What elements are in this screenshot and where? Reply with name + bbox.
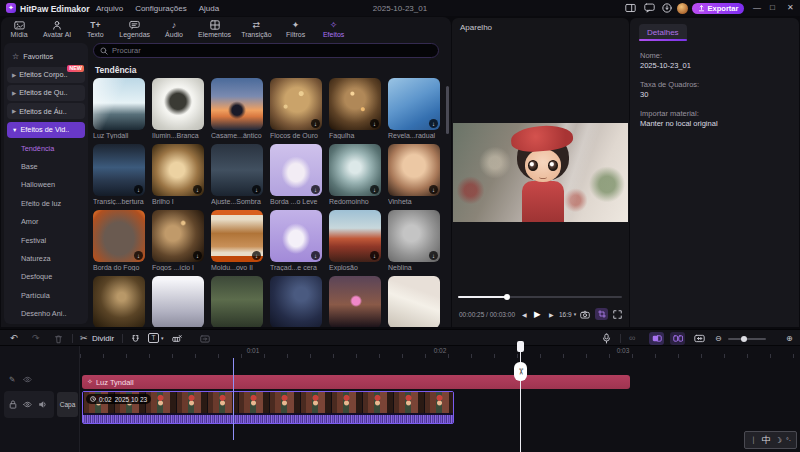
split-label[interactable]: Dividir [92, 334, 114, 343]
video-clip[interactable]: 0:02 2025 10 23 [82, 391, 454, 424]
effect-thumbnail[interactable] [93, 276, 145, 327]
tab-midia[interactable]: Mídia [5, 20, 33, 38]
zoom-slider-handle[interactable] [741, 336, 747, 342]
effect-thumbnail[interactable]: ↓ [270, 144, 322, 196]
effect-thumbnail[interactable]: ↓ [270, 210, 322, 262]
sidebar-group[interactable]: ▶ Efeitos Corpo.. NEW [4, 65, 88, 83]
download-badge-icon[interactable]: ↓ [193, 185, 202, 194]
link-clips-icon[interactable]: ∞ [629, 333, 635, 344]
maximize-button[interactable]: □ [770, 3, 775, 12]
effect-thumbnail[interactable]: ↓ [270, 78, 322, 130]
sidebar-item-favoritos[interactable]: ☆ Favoritos [4, 47, 88, 65]
split-scissors-icon[interactable]: ✂ [80, 333, 88, 344]
playhead[interactable]: ✂ [517, 341, 525, 352]
playback-progress-bar[interactable] [458, 294, 622, 300]
effect-thumbnail[interactable]: ↓ [388, 144, 440, 196]
effect-thumbnail[interactable]: ↓ [329, 210, 381, 262]
ime-language-indicator[interactable]: 丨 中 ☽ °· [744, 431, 797, 449]
effect-thumbnail[interactable] [93, 78, 145, 130]
menu-item[interactable]: Arquivo [96, 4, 123, 13]
download-badge-icon[interactable]: ↓ [193, 251, 202, 260]
sidebar-subitem[interactable]: Festival [4, 231, 88, 249]
effect-thumbnail[interactable]: ↓ [388, 78, 440, 130]
tab-texto[interactable]: T+ Texto [81, 20, 109, 38]
layout-panels-icon[interactable] [625, 3, 636, 13]
tab-legendas[interactable]: Legendas [119, 20, 150, 38]
effect-thumbnail[interactable] [152, 78, 204, 130]
minimize-button[interactable]: — [753, 3, 761, 12]
effect-thumbnail[interactable]: ↓ [93, 144, 145, 196]
download-badge-icon[interactable]: ↓ [311, 251, 320, 260]
sidebar-subitem[interactable]: Natureza [4, 249, 88, 267]
effect-thumbnail[interactable] [388, 276, 440, 327]
download-badge-icon[interactable]: ↓ [429, 185, 438, 194]
text-track-icon[interactable]: T [148, 333, 159, 343]
split-view-icon[interactable] [670, 332, 685, 345]
sidebar-group[interactable]: ▶ Efeitos de Qu.. [4, 84, 88, 102]
effect-thumbnail[interactable]: ↓ [329, 144, 381, 196]
sidebar-subitem[interactable]: Desenho Ani.. [4, 304, 88, 322]
progress-handle[interactable] [504, 294, 510, 300]
download-center-icon[interactable] [662, 3, 672, 13]
feedback-chat-icon[interactable] [644, 3, 655, 13]
sidebar-subitem[interactable]: Base [4, 157, 88, 175]
zoom-out-icon[interactable]: ⊖ [715, 333, 722, 344]
download-badge-icon[interactable]: ↓ [134, 185, 143, 194]
user-avatar[interactable] [677, 3, 688, 14]
effect-thumbnail[interactable] [270, 276, 322, 327]
download-badge-icon[interactable]: ↓ [429, 119, 438, 128]
effect-thumbnail[interactable]: ↓ [211, 144, 263, 196]
sidebar-subitem[interactable]: Halloween [4, 176, 88, 194]
download-badge-icon[interactable]: ↓ [311, 119, 320, 128]
chevron-down-icon[interactable]: ▾ [161, 335, 164, 341]
effect-thumbnail[interactable] [152, 276, 204, 327]
previous-frame-icon[interactable]: ◀ [522, 311, 527, 318]
tab-audio[interactable]: ♪ Áudio [160, 20, 188, 38]
effect-thumbnail[interactable]: ↓ [152, 144, 204, 196]
draw-pen-icon[interactable]: ✎ [9, 375, 15, 384]
undo-icon[interactable]: ↶ [10, 333, 18, 344]
download-badge-icon[interactable]: ↓ [252, 251, 261, 260]
download-badge-icon[interactable]: ↓ [370, 119, 379, 128]
effect-thumbnail[interactable]: ↓ [388, 210, 440, 262]
menu-item[interactable]: Configurações [135, 4, 187, 13]
effect-thumbnail[interactable] [329, 276, 381, 327]
effect-thumbnail[interactable]: ↓ [329, 78, 381, 130]
sidebar-subitem[interactable]: Tendência [4, 139, 88, 157]
eye-visibility-icon[interactable] [23, 401, 32, 408]
sidebar-group[interactable]: ▶ Efeitos de Áu.. [4, 102, 88, 120]
timeline-zoom-slider[interactable] [728, 338, 766, 340]
fullscreen-icon[interactable] [613, 310, 622, 319]
sidebar-subitem[interactable]: Desfoque [4, 268, 88, 286]
tab-detalhes[interactable]: Detalhes [639, 24, 687, 41]
ruler-ticks[interactable] [80, 354, 800, 358]
download-badge-icon[interactable]: ↓ [370, 185, 379, 194]
tab-efeitos[interactable]: ✧ Efeitos [320, 20, 348, 38]
cover-button[interactable]: Capa [57, 392, 78, 417]
lock-icon[interactable] [9, 400, 17, 409]
play-icon[interactable]: ▶ [534, 309, 541, 319]
export-button[interactable]: Exportar [692, 3, 744, 15]
sidebar-subitem[interactable]: Efeito de luz [4, 194, 88, 212]
export-frame-icon[interactable] [200, 334, 210, 344]
tab-transicao[interactable]: ⇄ Transição [241, 20, 271, 38]
snapshot-camera-icon[interactable] [580, 310, 590, 319]
menu-item[interactable]: Ajuda [199, 4, 219, 13]
magnet-snap-icon[interactable] [131, 334, 140, 344]
effect-thumbnail[interactable] [211, 78, 263, 130]
redo-icon[interactable]: ↷ [32, 333, 40, 344]
download-badge-icon[interactable]: ↓ [252, 185, 261, 194]
crop-tool-icon[interactable] [595, 308, 608, 320]
download-badge-icon[interactable]: ↓ [134, 251, 143, 260]
video-preview[interactable] [453, 123, 628, 222]
eye-visibility-icon[interactable] [23, 376, 32, 383]
effect-thumbnail[interactable] [211, 276, 263, 327]
tab-avatar-ai[interactable]: Avatar AI [43, 20, 71, 38]
effects-scrollbar[interactable] [446, 86, 449, 134]
sidebar-subitem[interactable]: Partícula [4, 286, 88, 304]
effect-clip[interactable]: ✧ Luz Tyndall [82, 375, 630, 389]
fit-timeline-icon[interactable] [694, 334, 705, 343]
speaker-mute-icon[interactable] [38, 400, 47, 409]
effect-thumbnail[interactable]: ↓ [152, 210, 204, 262]
overlap-mode-icon[interactable] [649, 332, 664, 345]
